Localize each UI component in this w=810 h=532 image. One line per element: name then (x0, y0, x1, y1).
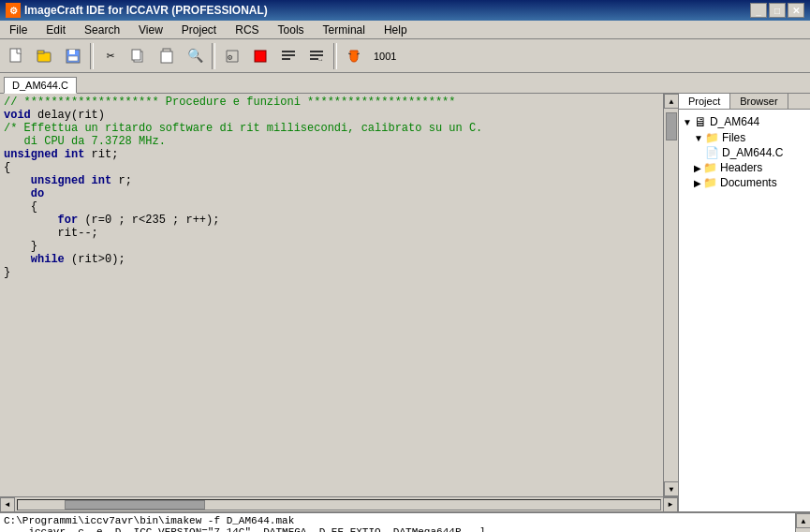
editor-pane: // ******************** Procedure e funz… (0, 94, 679, 511)
editor-wrapper: // ******************** Procedure e funz… (0, 94, 678, 496)
code-line-1: // ******************** Procedure e funz… (4, 96, 659, 109)
editor-tab-dam644[interactable]: D_AM644.C (4, 77, 77, 94)
code-line-8: do (4, 187, 659, 200)
toolbar-separator-1 (90, 43, 94, 69)
tree-headers-label: Headers (720, 161, 762, 174)
code-line-12: } (4, 240, 659, 253)
menu-rcs[interactable]: RCS (229, 22, 264, 37)
count-display: 1001 (369, 45, 401, 67)
project-tab-project[interactable]: Project (679, 94, 730, 109)
svg-rect-4 (69, 50, 75, 54)
root-icon: 🖥 (694, 114, 707, 129)
output-pane: C:\Programmi\iccv7avr\bin\imakew -f D_AM… (0, 511, 810, 532)
close-button[interactable]: ✕ (788, 3, 804, 18)
menu-view[interactable]: View (133, 22, 169, 37)
menu-bar: File Edit Search View Project RCS Tools … (0, 21, 810, 39)
output-line-2: iccavr -c -e -D__ICC_VERSION="7.14C" -DA… (4, 526, 791, 532)
hscroll-left-button[interactable]: ◄ (0, 497, 15, 512)
svg-rect-0 (10, 49, 21, 62)
toolbar: ✂ 🔍 ⚙ → 1001 (0, 39, 810, 73)
documents-expand-icon: ▶ (694, 178, 701, 188)
svg-text:⚙: ⚙ (227, 53, 233, 63)
toolbar-separator-3 (333, 43, 337, 69)
code-line-7: unsigned int r; (4, 174, 659, 187)
output-content[interactable]: C:\Programmi\iccv7avr\bin\imakew -f D_AM… (0, 513, 795, 532)
project-tree: ▼ 🖥 D_AM644 ▼ 📁 Files 📄 D_AM644.C ▶ 📁 (679, 110, 810, 511)
copy-button[interactable] (125, 43, 152, 69)
file-icon: 📄 (705, 146, 719, 159)
hscroll-right-button[interactable]: ► (663, 497, 678, 512)
menu-file[interactable]: File (4, 22, 33, 37)
expand-icon: ▼ (683, 117, 692, 127)
code-line-10: for (r=0 ; r<235 ; r++); (4, 214, 659, 227)
scroll-thumb[interactable] (666, 112, 677, 140)
tree-files-label: Files (722, 131, 745, 144)
tree-documents-label: Documents (720, 176, 777, 189)
code-line-2: void delay(rit) (4, 109, 659, 122)
tree-files[interactable]: ▼ 📁 Files (683, 130, 806, 145)
svg-rect-2 (37, 51, 44, 53)
step-button[interactable] (275, 43, 302, 69)
menu-terminal[interactable]: Terminal (317, 22, 371, 37)
title-bar-left: ⚙ ImageCraft IDE for ICCAVR (PROFESSIONA… (6, 3, 268, 18)
tab-bar: D_AM644.C (0, 73, 810, 94)
save-button[interactable] (60, 43, 86, 69)
code-line-14: } (4, 266, 659, 279)
output-vscrollbar[interactable]: ▲ ▼ (795, 513, 810, 532)
scroll-track (664, 109, 678, 481)
menu-tools[interactable]: Tools (272, 22, 310, 37)
app-icon: ⚙ (6, 3, 21, 18)
code-line-4: di CPU da 7.3728 MHz. (4, 135, 659, 148)
open-button[interactable] (32, 43, 58, 69)
scroll-down-button[interactable]: ▼ (664, 481, 678, 496)
headers-expand-icon: ▶ (694, 163, 701, 173)
editor-text-area[interactable]: // ******************** Procedure e funz… (0, 94, 663, 496)
editor-hscrollbar[interactable]: ◄ ► (0, 496, 678, 511)
menu-project[interactable]: Project (176, 22, 222, 37)
tree-root-label: D_AM644 (710, 115, 759, 128)
hscroll-thumb[interactable] (65, 500, 205, 510)
tree-root[interactable]: ▼ 🖥 D_AM644 (683, 113, 806, 130)
output-line-1: C:\Programmi\iccv7avr\bin\imakew -f D_AM… (4, 515, 791, 526)
code-line-13: while (rit>0); (4, 253, 659, 266)
scroll-up-button[interactable]: ▲ (664, 94, 678, 109)
output-wrapper: C:\Programmi\iccv7avr\bin\imakew -f D_AM… (0, 513, 810, 532)
menu-edit[interactable]: Edit (40, 22, 71, 37)
files-expand-icon: ▼ (694, 133, 703, 143)
code-line-3: /* Effettua un ritardo software di rit m… (4, 122, 659, 135)
menu-search[interactable]: Search (79, 22, 125, 37)
svg-rect-9 (161, 52, 172, 63)
svg-rect-12 (255, 51, 266, 62)
new-button[interactable] (4, 43, 30, 69)
svg-rect-18 (310, 58, 318, 60)
debug-button[interactable] (341, 43, 367, 69)
svg-rect-13 (282, 51, 295, 52)
menu-help[interactable]: Help (378, 22, 413, 37)
window-title: ImageCraft IDE for ICCAVR (PROFESSIONAL) (24, 4, 268, 17)
documents-folder-icon: 📁 (703, 176, 717, 189)
project-tab-browser[interactable]: Browser (730, 94, 788, 109)
project-panel: Project Browser ▼ 🖥 D_AM644 ▼ 📁 Files 📄 … (679, 94, 810, 511)
maximize-button[interactable]: □ (769, 3, 786, 18)
svg-rect-5 (68, 56, 78, 61)
headers-folder-icon: 📁 (703, 161, 717, 174)
minimize-button[interactable]: _ (750, 3, 767, 18)
paste-button[interactable] (154, 43, 180, 69)
find-button[interactable]: 🔍 (182, 43, 208, 69)
window-controls[interactable]: _ □ ✕ (750, 3, 804, 18)
editor-vscrollbar[interactable]: ▲ ▼ (663, 94, 678, 496)
tree-headers[interactable]: ▶ 📁 Headers (683, 160, 806, 175)
output-scroll-up[interactable]: ▲ (796, 513, 810, 528)
tree-documents[interactable]: ▶ 📁 Documents (683, 175, 806, 190)
toolbar-separator-2 (212, 43, 215, 69)
compile-button[interactable]: ⚙ (219, 43, 245, 69)
tree-dam644c[interactable]: 📄 D_AM644.C (683, 145, 806, 160)
files-folder-icon: 📁 (705, 131, 719, 144)
cut-button[interactable]: ✂ (97, 43, 124, 69)
svg-rect-7 (132, 50, 140, 60)
stop-button[interactable] (247, 43, 273, 69)
title-bar: ⚙ ImageCraft IDE for ICCAVR (PROFESSIONA… (0, 0, 810, 21)
output-scroll-track (796, 528, 810, 532)
step-over-button[interactable]: → (303, 43, 330, 69)
svg-rect-15 (282, 58, 290, 60)
